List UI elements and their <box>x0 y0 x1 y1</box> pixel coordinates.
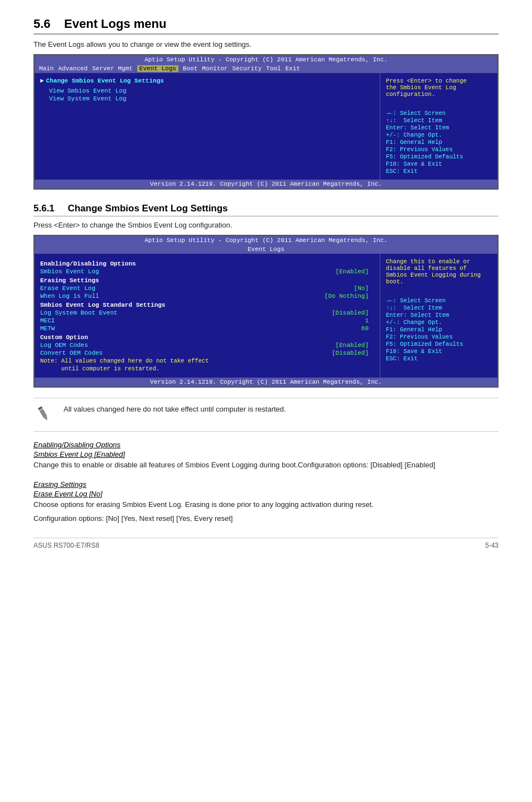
menu-item-tool: Tool <box>266 65 280 72</box>
bios-footer-1: Version 2.14.1219. Copyright (C) 2011 Am… <box>35 180 497 189</box>
content-block-erasing: Erasing Settings Erase Event Log [No] Ch… <box>33 480 499 525</box>
menu-item-monitor: Monitor <box>202 65 228 72</box>
page-footer: ASUS RS700-E7/RS8 5-43 <box>33 538 499 549</box>
menu-item-boot: Boot <box>183 65 197 72</box>
bios-item-view-system: View System Event Log <box>40 95 374 102</box>
bios-help-text-1: Press <Enter> to changethe Smbios Event … <box>386 78 492 98</box>
bios-screen-1: Aptio Setup Utility - Copyright (C) 2011… <box>33 54 499 190</box>
section-title-5-6-1: 5.6.1 Change Smbios Event Log Settings <box>33 203 499 216</box>
content-heading-erasing-2: Erase Event Log [No] <box>33 490 499 498</box>
bios2-row-when-log-full: When Log is Full [Do Nothing] <box>40 293 374 299</box>
menu-item-server-mgmt: Server Mgmt <box>92 65 133 72</box>
section-intro-5-6: The Event Logs allows you to change or v… <box>33 40 499 49</box>
bios2-sub-title: Event Logs <box>35 245 497 254</box>
bios2-group-custom: Custom Option <box>40 334 374 341</box>
bios2-row-metw: METW 60 <box>40 325 374 332</box>
content-block-enabling: Enabling/Disabling Options Smbios Event … <box>33 441 499 471</box>
bios2-row-convert-oem: Convert OEM Codes [Disabled] <box>40 350 374 356</box>
content-heading-enabling-2: Smbios Event Log [Enabled] <box>33 450 499 458</box>
bios2-right: Change this to enable ordisable all feat… <box>380 254 497 378</box>
bios-item-view-smbios: View Smbios Event Log <box>40 88 374 94</box>
bios2-title-bar: Aptio Setup Utility - Copyright (C) 2011… <box>35 236 497 245</box>
section-5-6: 5.6 Event Logs menu The Event Logs allow… <box>33 17 499 190</box>
content-body-erasing-1: Choose options for erasing Smbios Event … <box>33 499 499 511</box>
bios-body-1: ► Change Smbios Event Log Settings View … <box>35 73 497 180</box>
note-icon <box>33 404 56 426</box>
footer-right: 5-43 <box>485 542 499 549</box>
bios2-footer: Version 2.14.1219. Copyright (C) 2011 Am… <box>35 378 497 386</box>
menu-item-security: Security <box>232 65 262 72</box>
content-body-erasing-2: Configuration options: [No] [Yes, Next r… <box>33 513 499 525</box>
bios-menu-bar-1: Main Advanced Server Mgmt Event Logs Boo… <box>35 64 497 73</box>
bios2-note-row2: until computer is restarted. <box>40 365 374 372</box>
pencil-icon <box>33 404 54 424</box>
bios2-group-erasing: Erasing Settings <box>40 277 374 284</box>
menu-item-advanced: Advanced <box>58 65 88 72</box>
menu-item-event-logs: Event Logs <box>137 65 178 72</box>
bios2-group-standard: Smbios Event Log Standard Settings <box>40 302 374 308</box>
arrow-icon: ► <box>40 78 44 84</box>
bios2-body: Enabling/Disabling Options Smbios Event … <box>35 254 497 378</box>
menu-item-exit: Exit <box>286 65 300 72</box>
footer-left: ASUS RS700-E7/RS8 <box>33 542 99 549</box>
section-5-6-1: 5.6.1 Change Smbios Event Log Settings P… <box>33 203 499 524</box>
bios2-row-log-system-boot: Log System Boot Event [Disabled] <box>40 310 374 316</box>
note-box: All values changed here do not take effe… <box>33 398 499 432</box>
content-heading-erasing-1: Erasing Settings <box>33 480 499 489</box>
bios2-row-erase-event-log: Erase Event Log [No] <box>40 285 374 292</box>
note-text: All values changed here do not take effe… <box>64 404 286 415</box>
bios2-row-meci: MECI 1 <box>40 317 374 324</box>
content-heading-enabling-1: Enabling/Disabling Options <box>33 441 499 449</box>
bios-right-1: Press <Enter> to changethe Smbios Event … <box>380 73 497 180</box>
menu-item-main: Main <box>39 65 54 72</box>
bios-screen-2: Aptio Setup Utility - Copyright (C) 2011… <box>33 235 499 388</box>
bios-item-change-smbios: ► Change Smbios Event Log Settings <box>40 78 374 84</box>
bios2-row-log-oem: Log OEM Codes [Enabled] <box>40 342 374 349</box>
bios2-note-row1: Note: All values changed here do not tak… <box>40 357 374 364</box>
bios2-row-smbios-event-log: Smbios Event Log [Enabled] <box>40 268 374 275</box>
bios2-nav-help: →←: Select Screen ↑↓: Select Item Enter:… <box>386 297 492 362</box>
bios-left-1: ► Change Smbios Event Log Settings View … <box>35 73 380 180</box>
bios-nav-help-1: →←: Select Screen ↑↓: Select Item Enter:… <box>386 110 492 175</box>
bios2-help-text: Change this to enable ordisable all feat… <box>386 258 492 285</box>
bios2-left: Enabling/Disabling Options Smbios Event … <box>35 254 380 378</box>
section-intro-5-6-1: Press <Enter> to change the Smbios Event… <box>33 221 499 229</box>
content-body-enabling: Change this to enable or disable all fea… <box>33 460 499 471</box>
bios2-group-enabling: Enabling/Disabling Options <box>40 260 374 267</box>
bios-title-bar-1: Aptio Setup Utility - Copyright (C) 2011… <box>35 55 497 64</box>
section-title-5-6: 5.6 Event Logs menu <box>33 17 499 35</box>
